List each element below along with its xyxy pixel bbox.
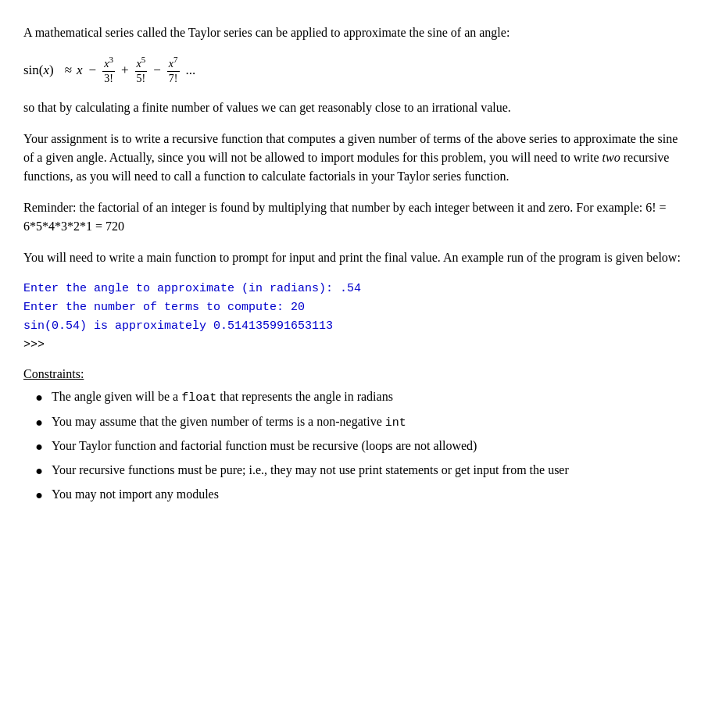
constraint-item-4: ● Your recursive functions must be pure;… xyxy=(31,461,685,480)
intro-paragraph: A mathematical series called the Taylor … xyxy=(23,23,685,42)
code-line-1: Enter the angle to approximate (in radia… xyxy=(23,280,685,298)
code-line-3: sin(0.54) is approximately 0.51413599165… xyxy=(23,317,685,336)
sin-label: sin(x) xyxy=(23,62,54,78)
reminder-paragraph: Reminder: the factorial of an integer is… xyxy=(23,198,685,236)
fraction-x5: x5 5! xyxy=(135,55,148,86)
denominator-5: 5! xyxy=(135,72,148,86)
fraction-x3: x3 3! xyxy=(102,55,115,86)
code-example: Enter the angle to approximate (in radia… xyxy=(23,280,685,355)
int-code: int xyxy=(385,416,406,430)
constraint-item-3: ● Your Taylor function and factorial fun… xyxy=(31,437,685,456)
minus1-operator: − xyxy=(89,62,97,78)
x-term: x xyxy=(77,62,83,78)
constraint-text-3: Your Taylor function and factorial funct… xyxy=(52,437,477,455)
minus2-operator: − xyxy=(153,62,161,78)
so-that-paragraph: so that by calculating a finite number o… xyxy=(23,98,685,117)
taylor-formula: sin(x) ≈ x − x3 3! + x5 5! − x7 7! ... xyxy=(23,55,685,86)
plus-operator: + xyxy=(121,62,129,78)
bullet-5: ● xyxy=(31,486,47,505)
assignment-paragraph: Your assignment is to write a recursive … xyxy=(23,130,685,186)
main-content: A mathematical series called the Taylor … xyxy=(16,16,692,517)
constraint-text-4: Your recursive functions must be pure; i… xyxy=(52,461,569,480)
float-code: float xyxy=(181,391,216,405)
constraints-section: Constraints: ● The angle given will be a… xyxy=(23,367,685,505)
you-will-paragraph: You will need to write a main function t… xyxy=(23,248,685,267)
approx-symbol: ≈ xyxy=(65,62,72,78)
constraint-text-1: The angle given will be a float that rep… xyxy=(52,387,393,408)
fraction-x7: x7 7! xyxy=(167,55,180,86)
constraint-text-2: You may assume that the given number of … xyxy=(52,412,406,433)
assignment-text: Your assignment is to write a recursive … xyxy=(23,132,678,164)
bullet-3: ● xyxy=(31,437,47,456)
bullet-1: ● xyxy=(31,388,47,407)
constraint-item-5: ● You may not import any modules xyxy=(31,485,685,505)
constraint-text-5: You may not import any modules xyxy=(52,485,219,504)
code-line-2: Enter the number of terms to compute: 20 xyxy=(23,298,685,317)
bullet-4: ● xyxy=(31,462,47,480)
denominator-3: 3! xyxy=(102,72,115,86)
formula-section: sin(x) ≈ x − x3 3! + x5 5! − x7 7! ... xyxy=(23,55,685,86)
numerator-x5: x5 xyxy=(135,55,148,72)
constraint-item-2: ● You may assume that the given number o… xyxy=(31,412,685,433)
constraint-item-1: ● The angle given will be a float that r… xyxy=(31,387,685,408)
ellipsis: ... xyxy=(186,62,196,78)
constraints-title: Constraints: xyxy=(23,367,685,381)
numerator-x3: x3 xyxy=(102,55,115,72)
bullet-2: ● xyxy=(31,413,47,432)
constraints-list: ● The angle given will be a float that r… xyxy=(23,387,685,505)
numerator-x7: x7 xyxy=(167,55,180,72)
assignment-italic: two xyxy=(603,151,620,164)
code-line-4: >>> xyxy=(23,336,685,355)
denominator-7: 7! xyxy=(167,72,180,86)
